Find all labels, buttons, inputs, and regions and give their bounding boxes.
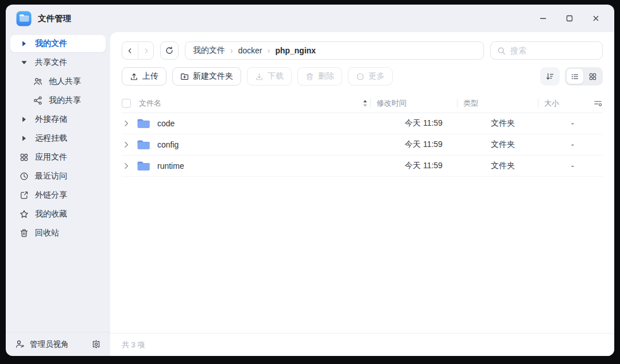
upload-icon bbox=[130, 72, 138, 81]
trash-icon bbox=[305, 72, 314, 81]
toolbar-button[interactable]: 更多 bbox=[348, 67, 393, 86]
chevron-right-icon: › bbox=[262, 46, 276, 55]
sort-descending-icon[interactable] bbox=[540, 67, 560, 86]
folder-icon bbox=[137, 118, 150, 129]
column-settings-icon[interactable] bbox=[593, 98, 603, 108]
select-all-checkbox[interactable] bbox=[122, 99, 131, 108]
chevron-right-icon: › bbox=[225, 46, 238, 55]
breadcrumb-item[interactable]: › docker bbox=[225, 46, 262, 55]
toolbar-buttons: 上传 新建文件夹 下载 删除 更多 bbox=[122, 67, 393, 86]
table-row[interactable]: runtime 今天 11:59 文件夹 - bbox=[122, 156, 603, 177]
status-bar: 共 3 项 bbox=[110, 333, 614, 356]
star-icon bbox=[20, 210, 29, 219]
circle-more-icon bbox=[356, 72, 365, 81]
sidebar-item[interactable]: 他人共享 bbox=[10, 73, 106, 90]
main-panel: › 我的文件 › docker › php_nginx 上传 新建文件夹 下载 bbox=[110, 32, 614, 356]
expand-chevron-icon[interactable] bbox=[122, 161, 131, 171]
sidebar: 我的文件 共享文件 他人共享 我的共享 外接存储 远程挂载 应用文件 最近访问 … bbox=[6, 32, 110, 356]
toolbar-button[interactable]: 新建文件夹 bbox=[172, 67, 241, 86]
folder-icon bbox=[137, 160, 150, 172]
caret-right-icon bbox=[20, 115, 29, 124]
search-input[interactable] bbox=[510, 46, 596, 55]
caret-right-icon bbox=[20, 134, 29, 143]
grid-view-icon[interactable] bbox=[584, 69, 601, 84]
toolbar: 上传 新建文件夹 下载 删除 更多 bbox=[110, 60, 614, 92]
list-view-icon[interactable] bbox=[567, 69, 583, 84]
back-button[interactable] bbox=[122, 42, 138, 59]
share-nodes-icon bbox=[33, 96, 42, 105]
sidebar-footer: 管理员视角 bbox=[6, 332, 110, 356]
sidebar-item[interactable]: 我的文件 bbox=[10, 35, 106, 52]
admin-user-icon bbox=[15, 339, 25, 349]
sidebar-item[interactable]: 外接存储 bbox=[10, 111, 106, 128]
table-row[interactable]: code 今天 11:59 文件夹 - bbox=[122, 113, 603, 134]
app-logo-icon bbox=[16, 11, 32, 26]
breadcrumb-item[interactable]: › 我的文件 bbox=[193, 45, 225, 56]
sidebar-item[interactable]: 我的共享 bbox=[10, 92, 106, 109]
sidebar-item[interactable]: 远程挂载 bbox=[10, 130, 106, 147]
column-header-size[interactable]: 大小 bbox=[538, 98, 576, 109]
download-icon bbox=[255, 72, 264, 81]
search-box bbox=[490, 41, 603, 60]
trash-icon bbox=[20, 229, 29, 238]
column-header-name[interactable]: 文件名 bbox=[139, 98, 362, 109]
toolbar-button[interactable]: 上传 bbox=[122, 67, 166, 86]
column-tools bbox=[576, 98, 603, 108]
caret-right-icon bbox=[20, 39, 29, 48]
breadcrumb: › 我的文件 › docker › php_nginx bbox=[185, 41, 484, 60]
expand-chevron-icon[interactable] bbox=[122, 119, 131, 128]
app-title: 文件管理 bbox=[38, 13, 71, 24]
toolbar-button[interactable]: 删除 bbox=[297, 67, 342, 86]
caret-down-icon bbox=[20, 58, 29, 67]
sidebar-nav: 我的文件 共享文件 他人共享 我的共享 外接存储 远程挂载 应用文件 最近访问 … bbox=[6, 33, 110, 332]
history-buttons bbox=[122, 41, 154, 60]
navigation-bar: › 我的文件 › docker › php_nginx bbox=[110, 32, 614, 60]
external-share-icon bbox=[20, 191, 29, 200]
clock-icon bbox=[20, 172, 29, 181]
admin-view-label[interactable]: 管理员视角 bbox=[30, 339, 69, 350]
sidebar-item[interactable]: 最近访问 bbox=[10, 168, 106, 185]
toolbar-button[interactable]: 下载 bbox=[247, 67, 292, 86]
table-row[interactable]: config 今天 11:59 文件夹 - bbox=[122, 134, 603, 156]
minimize-button[interactable] bbox=[538, 14, 548, 23]
gear-icon[interactable] bbox=[91, 339, 101, 349]
table-header: 文件名 修改时间 类型 大小 bbox=[122, 94, 603, 113]
sidebar-item[interactable]: 共享文件 bbox=[10, 54, 106, 71]
window-body: 我的文件 共享文件 他人共享 我的共享 外接存储 远程挂载 应用文件 最近访问 … bbox=[6, 32, 614, 356]
folder-icon bbox=[137, 139, 150, 150]
window-controls bbox=[538, 14, 600, 23]
sort-arrows-icon[interactable] bbox=[362, 99, 368, 108]
titlebar: 文件管理 bbox=[6, 5, 614, 32]
close-button[interactable] bbox=[591, 14, 600, 23]
forward-button[interactable] bbox=[138, 42, 153, 59]
expand-chevron-icon[interactable] bbox=[122, 140, 131, 149]
maximize-button[interactable] bbox=[565, 14, 574, 23]
sidebar-item[interactable]: 外链分享 bbox=[10, 187, 106, 204]
breadcrumb-item[interactable]: › php_nginx bbox=[262, 46, 316, 55]
column-header-type[interactable]: 类型 bbox=[458, 98, 538, 109]
app-grid-icon bbox=[20, 153, 29, 162]
view-toggle bbox=[565, 67, 603, 86]
folder-plus-icon bbox=[180, 72, 189, 81]
column-header-modified[interactable]: 修改时间 bbox=[371, 98, 457, 109]
window: 文件管理 我的文件 共享文件 他人共享 我的共享 外接存储 远程 bbox=[6, 5, 614, 356]
refresh-button[interactable] bbox=[160, 41, 179, 60]
sidebar-item[interactable]: 回收站 bbox=[10, 224, 106, 242]
search-icon bbox=[497, 47, 506, 55]
sidebar-item[interactable]: 应用文件 bbox=[10, 149, 106, 166]
toolbar-right bbox=[540, 67, 603, 86]
item-count: 共 3 项 bbox=[122, 340, 145, 350]
people-icon bbox=[33, 77, 42, 86]
file-list: code 今天 11:59 文件夹 - config 今天 11:59 文件夹 … bbox=[110, 113, 614, 333]
sidebar-item[interactable]: 我的收藏 bbox=[10, 206, 106, 223]
